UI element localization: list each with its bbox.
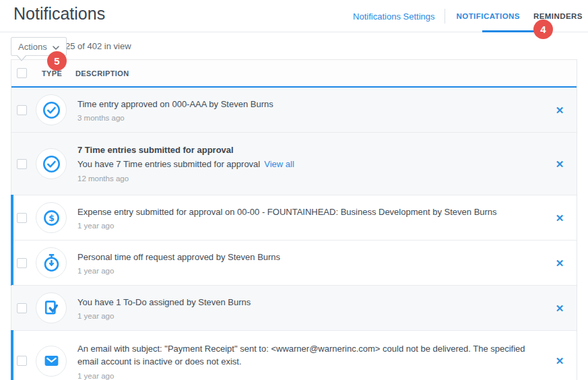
row-checkbox[interactable] — [17, 356, 27, 366]
notification-content: You have 1 To-Do assigned by Steven Burn… — [77, 296, 543, 321]
notification-content: Time entry approved on 000-AAA by Steven… — [77, 98, 543, 123]
stopwatch-icon — [36, 247, 67, 278]
notification-row: Personal time off request approved by St… — [11, 240, 577, 285]
table-body: Time entry approved on 000-AAA by Steven… — [11, 88, 577, 380]
dismiss-notification-button[interactable]: ✕ — [543, 258, 577, 268]
check-circle-icon — [36, 148, 67, 179]
notification-content: An email with subject: "Payment Receipt"… — [77, 342, 543, 380]
close-x-icon: ✕ — [556, 104, 564, 116]
notification-description: You have 1 To-Do assigned by Steven Burn… — [77, 296, 532, 309]
row-checkbox[interactable] — [17, 213, 27, 223]
header-divider — [445, 9, 445, 24]
svg-text:$: $ — [48, 213, 55, 223]
notification-timestamp: 1 year ago — [77, 222, 532, 230]
dismiss-notification-button[interactable]: ✕ — [543, 159, 577, 169]
annotation-badge-4: 4 — [533, 20, 553, 39]
active-tab-underline — [482, 30, 534, 32]
dismiss-notification-button[interactable]: ✕ — [543, 105, 577, 115]
notification-description: Personal time off request approved by St… — [77, 251, 532, 264]
notification-row: $ Expense entry submitted for approval o… — [11, 195, 577, 240]
actions-label: Actions — [18, 42, 47, 52]
column-header-description: DESCRIPTION — [75, 69, 129, 77]
notification-row: 7 Time entries submitted for approval Yo… — [11, 132, 577, 195]
todo-check-icon — [36, 292, 67, 323]
notification-description: An email with subject: "Payment Receipt"… — [77, 342, 532, 369]
close-x-icon: ✕ — [556, 303, 564, 314]
check-circle-icon — [36, 94, 67, 125]
notification-content: 7 Time entries submitted for approval Yo… — [77, 145, 543, 183]
notification-description: Expense entry submitted for approval on … — [77, 205, 532, 219]
notification-description: Time entry approved on 000-AAA by Steven… — [77, 98, 532, 111]
notification-row: Time entry approved on 000-AAA by Steven… — [11, 88, 577, 132]
close-x-icon: ✕ — [556, 257, 564, 269]
close-x-icon: ✕ — [556, 212, 564, 224]
actions-popover-tail — [17, 56, 26, 61]
notification-row: An email with subject: "Payment Receipt"… — [11, 330, 577, 380]
chevron-down-icon — [53, 42, 59, 52]
dismiss-notification-button[interactable]: ✕ — [543, 356, 577, 366]
dollar-circle-icon: $ — [36, 202, 67, 233]
notification-timestamp: 1 year ago — [77, 312, 532, 320]
row-checkbox[interactable] — [17, 105, 27, 115]
notification-row: You have 1 To-Do assigned by Steven Burn… — [11, 285, 577, 330]
dismiss-notification-button[interactable]: ✕ — [543, 303, 577, 313]
close-x-icon: ✕ — [556, 355, 564, 367]
notification-content: Personal time off request approved by St… — [77, 251, 543, 276]
annotation-badge-5: 5 — [47, 51, 67, 71]
select-all-checkbox[interactable] — [17, 68, 27, 78]
page-title: Notifications — [13, 4, 105, 24]
tab-notifications[interactable]: NOTIFICATIONS — [455, 12, 522, 20]
notifications-table: TYPE DESCRIPTION Time entry approved on … — [11, 59, 577, 380]
view-all-link[interactable]: View all — [264, 159, 294, 169]
close-x-icon: ✕ — [556, 158, 564, 170]
notification-timestamp: 12 months ago — [77, 175, 532, 183]
notification-description: You have 7 Time entries submitted for ap… — [77, 158, 532, 171]
notifications-settings-link[interactable]: Notifications Settings — [353, 11, 434, 22]
notification-content: Expense entry submitted for approval on … — [77, 205, 543, 230]
table-header: TYPE DESCRIPTION — [11, 60, 577, 88]
tab-reminders[interactable]: REMINDERS — [531, 12, 585, 20]
row-checkbox[interactable] — [17, 159, 27, 169]
view-count: 25 of 402 in view — [65, 41, 131, 51]
notification-title: 7 Time entries submitted for approval — [77, 145, 532, 155]
email-icon — [36, 346, 67, 377]
notifications-page: Notifications Notifications Settings NOT… — [0, 0, 588, 380]
notification-timestamp: 1 year ago — [77, 267, 532, 275]
dismiss-notification-button[interactable]: ✕ — [543, 213, 577, 223]
header-nav: Notifications Settings NOTIFICATIONS REM… — [353, 9, 585, 24]
notification-timestamp: 1 year ago — [77, 372, 532, 380]
row-checkbox[interactable] — [17, 258, 27, 268]
row-checkbox[interactable] — [17, 303, 27, 313]
notification-timestamp: 3 months ago — [77, 114, 532, 122]
